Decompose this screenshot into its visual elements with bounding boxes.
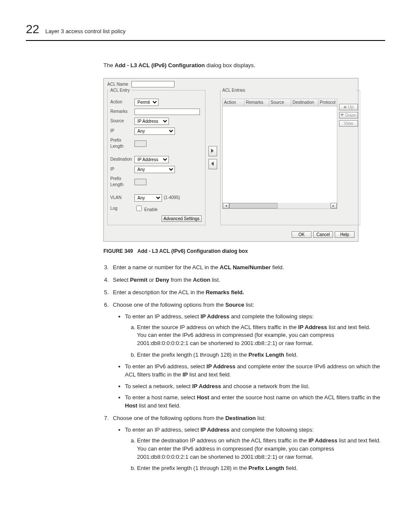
chevron-left-icon — [211, 162, 215, 166]
remarks-label: Remarks — [110, 109, 134, 115]
step6a-sub-b: Enter the prefix length (1 through 128) … — [137, 351, 385, 359]
step6a-sub-a: Enter the source IP address on which the… — [137, 324, 385, 348]
step6-bullet-b: To enter an IPv6 address, select IP Addr… — [125, 363, 385, 379]
entries-table-header: Action Remarks Source Destination Protoc… — [222, 99, 337, 106]
log-checkbox-label[interactable]: Enable — [134, 204, 158, 213]
intro-line: The Add - L3 ACL (IPv6) Configuration di… — [103, 62, 385, 70]
step-7: Choose one of the following options from… — [110, 414, 385, 473]
advanced-settings-button[interactable]: Advanced Settings — [162, 215, 202, 222]
th-remarks[interactable]: Remarks — [245, 99, 269, 106]
page-container: 22 Layer 3 access control list policy Th… — [0, 0, 411, 503]
vlan-range: (1-4095) — [164, 195, 180, 201]
ip2-label: IP — [110, 166, 134, 173]
acl-entries-title: ACL Entries — [221, 87, 356, 94]
page-header: 22 Layer 3 access control list policy — [26, 21, 385, 41]
acl-name-input[interactable] — [131, 81, 174, 87]
step7a-sub-b: Enter the prefix length (1 through 128) … — [137, 464, 385, 473]
step7-bullets: To enter an IP address, select IP Addres… — [116, 426, 385, 473]
step-4: Select Permit or Deny from the Action li… — [110, 276, 385, 284]
intro-prefix: The — [103, 62, 115, 68]
step6-bullet-d: To enter a host name, select Host and en… — [125, 394, 385, 410]
dest-ip-select[interactable]: Any — [134, 166, 175, 173]
down-label: Down — [345, 113, 356, 118]
prefix-label: Prefix Length — [110, 137, 134, 150]
prefix2-label: Prefix Length — [110, 176, 134, 188]
vlan-label: VLAN — [110, 195, 134, 201]
down-button[interactable]: Down — [339, 112, 358, 118]
action-label: Action — [110, 99, 134, 106]
step-5: Enter a description for the ACL in the R… — [110, 289, 385, 297]
action-select[interactable]: Permit — [134, 99, 159, 106]
intro-suffix: dialog box displays. — [205, 62, 255, 68]
scroll-left-button[interactable]: ◂ — [223, 203, 229, 208]
step6a-sub: Enter the source IP address on which the… — [128, 324, 385, 359]
horizontal-scrollbar[interactable]: ◂ ▸ — [223, 203, 337, 208]
step-6: Choose one of the following options from… — [110, 301, 385, 410]
figure-caption: FIGURE 349 Add - L3 ACL (IPv6) Configura… — [103, 248, 385, 255]
dialog-screenshot: ACL Name ACL Entry Action Permit Remarks… — [103, 78, 358, 242]
dest-select[interactable]: IP Address — [134, 156, 169, 163]
source-label: Source — [110, 118, 134, 124]
up-button[interactable]: Up — [339, 104, 358, 110]
step-3: Enter a name or number for the ACL in th… — [110, 264, 385, 272]
move-right-button[interactable] — [209, 146, 217, 156]
acl-entry-title: ACL Entry — [109, 87, 131, 94]
steps-list: Enter a name or number for the ACL in th… — [98, 264, 385, 473]
th-source[interactable]: Source — [269, 99, 291, 106]
help-button[interactable]: Help — [335, 231, 355, 238]
figure-text: Add - L3 ACL (IPv6) Configuration dialog… — [137, 248, 248, 254]
th-action[interactable]: Action — [223, 99, 245, 106]
vlan-select[interactable]: Any — [134, 194, 162, 202]
ok-button[interactable]: OK — [292, 231, 311, 238]
scroll-right-button[interactable]: ▸ — [330, 203, 337, 208]
acl-name-row: ACL Name — [107, 81, 355, 87]
acl-entries-group: ACL Entries Action Remarks Source Destin… — [220, 90, 360, 225]
dest-prefix-input[interactable] — [134, 179, 146, 185]
svg-marker-1 — [211, 162, 214, 166]
step7a-sub-a: Enter the destination IP address on whic… — [137, 437, 385, 461]
step6-bullet-a: To enter an IP address, select IP Addres… — [125, 313, 385, 359]
remarks-input[interactable] — [134, 109, 200, 115]
th-protocol[interactable]: Protocol — [318, 99, 337, 106]
source-ip-select[interactable]: Any — [134, 128, 175, 135]
source-select[interactable]: IP Address — [134, 118, 169, 125]
th-destination[interactable]: Destination — [291, 99, 318, 106]
move-left-button[interactable] — [209, 159, 217, 169]
source-prefix-input[interactable] — [134, 140, 146, 147]
log-cb-text: Enable — [144, 207, 158, 212]
up-label: Up — [348, 105, 354, 109]
svg-marker-0 — [211, 149, 214, 153]
log-checkbox[interactable] — [136, 205, 142, 211]
section-title: Layer 3 access control list policy — [45, 28, 125, 36]
acl-entry-group: ACL Entry Action Permit Remarks Source I… — [107, 90, 206, 225]
log-label: Log — [110, 205, 134, 212]
cancel-button[interactable]: Cancel — [313, 231, 333, 238]
step6-bullet-c: To select a network, select IP Address a… — [125, 383, 385, 391]
triangle-down-icon — [340, 114, 344, 116]
intro-bold: Add - L3 ACL (IPv6) Configuration — [115, 62, 205, 68]
step7-bullet-a: To enter an IP address, select IP Addres… — [125, 426, 385, 473]
entries-table-body[interactable]: ◂ ▸ — [222, 106, 337, 209]
scroll-thumb[interactable] — [229, 203, 277, 208]
page-number: 22 — [26, 21, 39, 38]
chevron-right-icon — [211, 149, 215, 153]
acl-name-label: ACL Name — [107, 81, 131, 88]
ip-label: IP — [110, 128, 134, 134]
view-button[interactable]: View — [339, 120, 358, 127]
dest-label: Destination — [110, 156, 134, 163]
step7a-sub: Enter the destination IP address on whic… — [128, 437, 385, 473]
triangle-up-icon — [343, 106, 347, 108]
step6-bullets: To enter an IP address, select IP Addres… — [116, 313, 385, 410]
figure-number: FIGURE 349 — [103, 248, 133, 254]
